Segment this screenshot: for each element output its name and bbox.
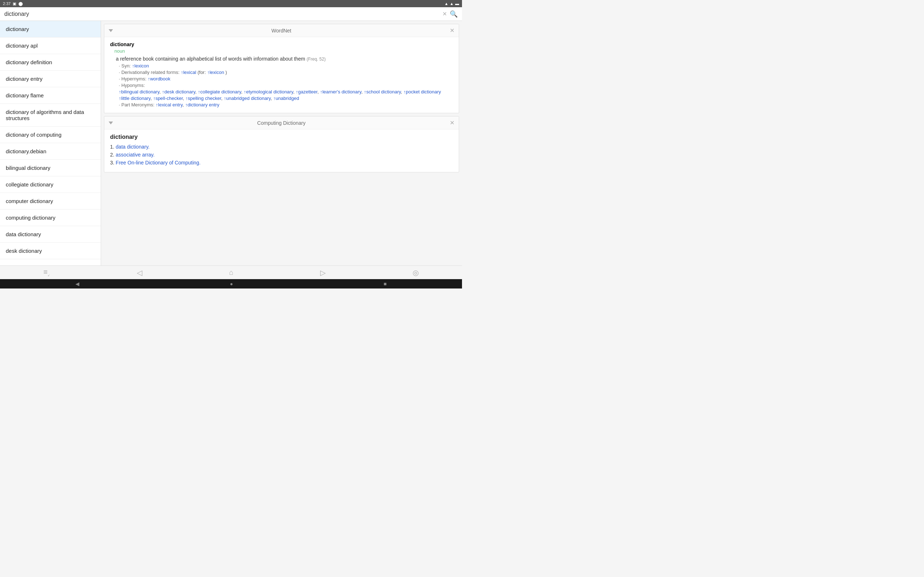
sidebar-item-collegiate-dictionary[interactable]: collegiate dictionary xyxy=(0,176,101,193)
hypo-link-pocket[interactable]: ↑pocket dictionary xyxy=(404,89,441,95)
search-input[interactable] xyxy=(4,11,439,17)
sidebar-item-dictionary-entry[interactable]: dictionary entry xyxy=(0,71,101,87)
back-button[interactable]: ◁ xyxy=(129,266,149,279)
deriv-link-lexical[interactable]: ↑lexical xyxy=(181,69,196,75)
hypo-link-spelling[interactable]: ↑spelling checker xyxy=(186,95,221,101)
hyper-link-wordbook[interactable]: ↑wordbook xyxy=(148,76,170,82)
hypo-link-unabridged[interactable]: ↑unabridged xyxy=(273,95,299,101)
computing-item-3: 3. Free On-line Dictionary of Computing. xyxy=(110,160,453,166)
deriv-line: · Derivationally related forms: ↑lexical… xyxy=(119,69,453,75)
hypo-link-gazetteer[interactable]: ↑gazetteer xyxy=(296,89,317,95)
status-time: 2:37 xyxy=(3,2,10,6)
sidebar-item-computer-dictionary[interactable]: computer dictionary xyxy=(0,193,101,210)
bookmarks-button[interactable]: ≡↙ xyxy=(36,266,57,279)
hypo-link-bilingual[interactable]: ↑bilingual dictionary xyxy=(119,89,160,95)
computing-item-1: 1. data dictionary. xyxy=(110,144,453,150)
wifi-icon: ▲ xyxy=(444,2,448,6)
clear-button[interactable]: × xyxy=(443,10,447,18)
sidebar-item-bilingual-dictionary[interactable]: bilingual dictionary xyxy=(0,160,101,176)
hypo-link-desk[interactable]: ↑desk dictionary xyxy=(162,89,195,95)
main-layout: dictionary dictionary apl dictionary def… xyxy=(0,21,462,266)
wordnet-close-button[interactable]: ✕ xyxy=(450,27,454,34)
hypo-link-learners[interactable]: ↑learner's dictionary xyxy=(320,89,361,95)
computing-item-2: 2. associative array. xyxy=(110,152,453,158)
sidebar-item-dictionary-of-computing[interactable]: dictionary of computing xyxy=(0,127,101,143)
collapse-icon xyxy=(109,29,113,32)
google-icon: ⬤ xyxy=(18,2,23,6)
wordnet-pos: noun xyxy=(115,48,125,54)
android-home-button[interactable]: ● xyxy=(230,281,233,287)
hypo-label-line: · Hyponyms: xyxy=(119,82,453,88)
wordnet-collapse-btn[interactable] xyxy=(109,29,113,32)
sidebar-item-dictionary-debian[interactable]: dictionary.debian xyxy=(0,143,101,160)
signal-icon: ▲ xyxy=(450,2,454,6)
computing-collapse-btn[interactable] xyxy=(109,121,113,124)
hypo-link-unabridged-dict[interactable]: ↑unabridged dictionary xyxy=(224,95,271,101)
android-recents-button[interactable]: ■ xyxy=(384,281,386,287)
status-bar: 2:37 ▣ ⬤ ▲ ▲ ▬ xyxy=(0,0,462,7)
computing-card-body: dictionary 1. data dictionary. 2. associ… xyxy=(104,129,459,172)
battery-icon: ▬ xyxy=(455,2,459,6)
wordnet-card: WordNet ✕ dictionary noun a reference bo… xyxy=(104,24,459,113)
sidebar-item-desk-dictionary[interactable]: desk dictionary xyxy=(0,243,101,259)
status-left: 2:37 ▣ ⬤ xyxy=(3,2,23,6)
notification-icon: ▣ xyxy=(13,2,16,6)
bottom-nav: ≡↙ ◁ ⌂ ▷ ◎ xyxy=(0,266,462,279)
favorite-button[interactable]: ◎ xyxy=(405,266,426,279)
computing-card-header: Computing Dictionary ✕ xyxy=(104,116,459,129)
sidebar-item-computing-dictionary[interactable]: computing dictionary xyxy=(0,210,101,226)
sidebar-item-dictionary-algorithms[interactable]: dictionary of algorithms and data struct… xyxy=(0,104,101,127)
collapse-icon-2 xyxy=(109,121,113,124)
computing-link-foldoc[interactable]: Free On-line Dictionary of Computing. xyxy=(116,160,201,166)
computing-title: Computing Dictionary xyxy=(113,120,450,126)
hypo-link-collegiate[interactable]: ↑collegiate dictionary xyxy=(198,89,241,95)
computing-card: Computing Dictionary ✕ dictionary 1. dat… xyxy=(104,116,459,172)
sidebar-item-desk-dictionary-2[interactable]: desk dictionary... xyxy=(0,259,101,266)
sidebar-item-dictionary-apl[interactable]: dictionary apl xyxy=(0,37,101,54)
computing-link-associative[interactable]: associative array. xyxy=(116,152,155,158)
hyponyms-block: ↑bilingual dictionary, ↑desk dictionary,… xyxy=(119,89,453,95)
computing-link-data-dictionary[interactable]: data dictionary. xyxy=(116,144,150,150)
sidebar-item-dictionary-flame[interactable]: dictionary flame xyxy=(0,87,101,104)
content-area: WordNet ✕ dictionary noun a reference bo… xyxy=(101,21,462,266)
part-mer-line: · Part Meronyms: ↑lexical entry, ↑dictio… xyxy=(119,102,453,108)
wordnet-entry-word: dictionary xyxy=(110,42,453,47)
forward-button[interactable]: ▷ xyxy=(313,266,333,279)
search-bar: × 🔍 xyxy=(0,7,462,21)
syn-line: · Syn: ↑lexicon xyxy=(119,63,453,69)
wordnet-title: WordNet xyxy=(113,28,450,34)
sidebar-item-data-dictionary[interactable]: data dictionary xyxy=(0,226,101,243)
home-button[interactable]: ⌂ xyxy=(222,266,241,279)
sidebar-item-dictionary[interactable]: dictionary xyxy=(0,21,101,37)
hypo-link-etymological[interactable]: ↑etymological dictionary xyxy=(244,89,293,95)
deriv-link-lexicon[interactable]: ↑lexicon xyxy=(207,69,224,75)
status-right: ▲ ▲ ▬ xyxy=(444,2,459,6)
hypo-link-spellchecker[interactable]: ↑spell-checker xyxy=(153,95,183,101)
sidebar: dictionary dictionary apl dictionary def… xyxy=(0,21,101,266)
freq-badge: (Freq. 52) xyxy=(307,56,326,62)
partmer-link-dict-entry[interactable]: ↑dictionary entry xyxy=(185,102,220,108)
hypo-link-school[interactable]: ↑school dictionary xyxy=(364,89,401,95)
search-button[interactable]: 🔍 xyxy=(450,10,458,18)
android-back-button[interactable]: ◀ xyxy=(76,281,79,287)
computing-close-button[interactable]: ✕ xyxy=(450,119,454,126)
hyper-line: · Hypernyms: ↑wordbook xyxy=(119,76,453,82)
wordnet-card-header: WordNet ✕ xyxy=(104,24,459,37)
hypo-link-little[interactable]: ↑little dictionary xyxy=(119,95,150,101)
wordnet-definition: a reference book containing an alphabeti… xyxy=(116,56,453,62)
syn-link-lexicon[interactable]: ↑lexicon xyxy=(132,63,149,69)
hyponyms-block-2: ↑little dictionary, ↑spell-checker, ↑spe… xyxy=(119,95,453,101)
wordnet-card-body: dictionary noun a reference book contain… xyxy=(104,37,459,113)
android-nav: ◀ ● ■ xyxy=(0,279,462,288)
sidebar-item-dictionary-definition[interactable]: dictionary definition xyxy=(0,54,101,71)
computing-entry-word: dictionary xyxy=(110,134,453,140)
partmer-link-lexical[interactable]: ↑lexical entry xyxy=(156,102,183,108)
